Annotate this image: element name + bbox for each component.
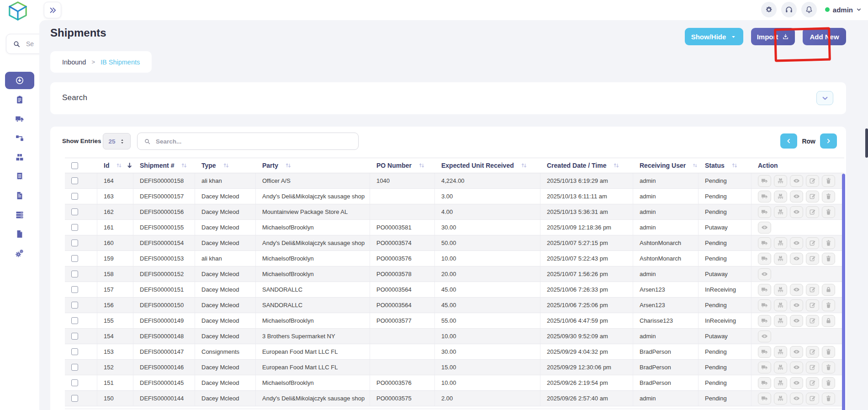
trash-action-button[interactable] (822, 206, 835, 218)
show-hide-button[interactable]: Show/Hide (685, 28, 743, 45)
eye-action-button[interactable] (790, 377, 803, 389)
truck-action-button[interactable] (758, 393, 771, 405)
truck-action-button[interactable] (758, 237, 771, 249)
edit-action-button[interactable] (806, 299, 819, 311)
trash-action-button[interactable] (822, 346, 835, 358)
row-checkbox[interactable] (71, 364, 78, 371)
truck-action-button[interactable] (758, 299, 771, 311)
eye-action-button[interactable] (758, 330, 771, 342)
eye-action-button[interactable] (790, 346, 803, 358)
trash-action-button[interactable] (822, 393, 835, 405)
row-checkbox[interactable] (71, 395, 78, 402)
trash-action-button[interactable] (822, 253, 835, 265)
truck-action-button[interactable] (758, 191, 771, 202)
sidebar-item-truck[interactable] (5, 110, 34, 128)
col-header-type[interactable]: Type (195, 158, 256, 173)
eye-action-button[interactable] (758, 268, 771, 280)
row-checkbox[interactable] (71, 255, 78, 262)
dock-action-button[interactable] (774, 253, 787, 265)
row-checkbox[interactable] (71, 302, 78, 309)
eye-action-button[interactable] (790, 393, 803, 405)
sidebar-item-boxes[interactable] (5, 149, 34, 166)
row-checkbox[interactable] (71, 271, 78, 277)
row-checkbox[interactable] (71, 379, 78, 386)
sidebar-item-download[interactable] (5, 72, 34, 89)
breadcrumb-parent[interactable]: Inbound (62, 59, 86, 66)
lock-action-button[interactable] (822, 315, 835, 327)
row-checkbox[interactable] (71, 333, 78, 340)
col-header-expected[interactable]: Expected Unit Received (435, 158, 540, 173)
dock-action-button[interactable] (774, 206, 787, 218)
col-header-po[interactable]: PO Number (370, 158, 435, 173)
row-checkbox[interactable] (71, 317, 78, 324)
eye-action-button[interactable] (790, 253, 803, 265)
search-panel-toggle-button[interactable] (816, 91, 833, 105)
eye-action-button[interactable] (790, 284, 803, 296)
trash-action-button[interactable] (822, 362, 835, 373)
eye-action-button[interactable] (790, 175, 803, 187)
row-prev-button[interactable] (780, 133, 797, 149)
dock-action-button[interactable] (774, 377, 787, 389)
support-button[interactable] (781, 2, 797, 17)
edit-action-button[interactable] (806, 393, 819, 405)
edit-action-button[interactable] (806, 346, 819, 358)
row-checkbox[interactable] (71, 240, 78, 246)
eye-action-button[interactable] (790, 362, 803, 373)
row-checkbox[interactable] (71, 177, 78, 184)
edit-action-button[interactable] (806, 206, 819, 218)
truck-action-button[interactable] (758, 175, 771, 187)
edit-action-button[interactable] (806, 362, 819, 373)
user-menu[interactable]: admin (825, 6, 862, 14)
dock-action-button[interactable] (774, 393, 787, 405)
table-scrollbar[interactable] (842, 174, 845, 410)
col-header-party[interactable]: Party (256, 158, 370, 173)
row-checkbox[interactable] (71, 224, 78, 231)
edit-action-button[interactable] (806, 175, 819, 187)
eye-action-button[interactable] (790, 237, 803, 249)
sidebar-item-clipboard[interactable] (5, 91, 34, 108)
col-header-shipment[interactable]: Shipment # (133, 158, 195, 173)
eye-action-button[interactable] (790, 206, 803, 218)
trash-action-button[interactable] (822, 191, 835, 202)
col-header-id[interactable]: Id (97, 158, 133, 173)
select-all-checkbox[interactable] (71, 162, 78, 169)
settings-button[interactable] (761, 2, 777, 17)
trash-action-button[interactable] (822, 377, 835, 389)
eye-action-button[interactable] (790, 315, 803, 327)
dock-action-button[interactable] (774, 346, 787, 358)
dock-action-button[interactable] (774, 315, 787, 327)
trash-action-button[interactable] (822, 299, 835, 311)
notifications-button[interactable] (801, 2, 817, 17)
eye-action-button[interactable] (758, 222, 771, 234)
truck-action-button[interactable] (758, 253, 771, 265)
breadcrumb-current[interactable]: IB Shipments (101, 59, 140, 66)
entries-select[interactable]: 25 (103, 133, 131, 149)
row-checkbox[interactable] (71, 208, 78, 215)
edit-action-button[interactable] (806, 191, 819, 202)
sidebar-item-gears[interactable] (5, 245, 34, 262)
dock-action-button[interactable] (774, 175, 787, 187)
trash-action-button[interactable] (822, 237, 835, 249)
sidebar-item-sitemap[interactable] (5, 129, 34, 147)
add-new-button[interactable]: Add New (803, 28, 846, 45)
col-header-status[interactable]: Status (699, 158, 752, 173)
edit-action-button[interactable] (806, 237, 819, 249)
eye-action-button[interactable] (790, 191, 803, 202)
row-checkbox[interactable] (71, 348, 78, 355)
dock-action-button[interactable] (774, 237, 787, 249)
edit-action-button[interactable] (806, 315, 819, 327)
sidebar-item-doc[interactable] (5, 187, 34, 204)
truck-action-button[interactable] (758, 284, 771, 296)
import-button[interactable]: Import (751, 28, 795, 45)
dock-action-button[interactable] (774, 191, 787, 202)
eye-action-button[interactable] (790, 299, 803, 311)
sidebar-item-file[interactable] (5, 225, 34, 243)
dock-action-button[interactable] (774, 362, 787, 373)
edit-action-button[interactable] (806, 253, 819, 265)
trash-action-button[interactable] (822, 175, 835, 187)
page-scrollbar-thumb[interactable] (865, 128, 868, 158)
truck-action-button[interactable] (758, 377, 771, 389)
row-next-button[interactable] (820, 133, 837, 149)
truck-action-button[interactable] (758, 362, 771, 373)
truck-action-button[interactable] (758, 346, 771, 358)
